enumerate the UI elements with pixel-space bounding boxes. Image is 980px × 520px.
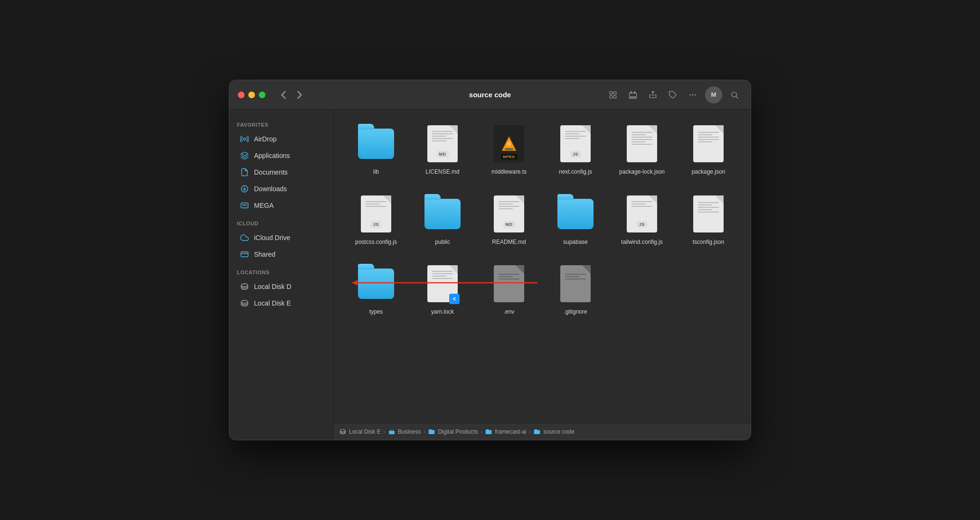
svg-point-9: [692, 94, 693, 95]
file-item-tsconfig[interactable]: tsconfig.json: [678, 189, 739, 250]
file-item-supabase[interactable]: supabase: [545, 189, 606, 250]
breadcrumb-source-code-label: source code: [543, 428, 574, 435]
icloud-icon: [240, 233, 249, 242]
file-label-package-lock: package-lock.json: [619, 168, 665, 176]
tag-button[interactable]: [665, 87, 680, 102]
window-title: source code: [469, 91, 511, 99]
locations-label: Locations: [229, 263, 333, 278]
file-item-types[interactable]: types: [345, 259, 407, 320]
file-item-license[interactable]: MD LICENSE.md: [412, 119, 473, 180]
file-label-postcss: postcss.config.js: [355, 239, 397, 246]
sidebar-local-disk-d-label: Local Disk D: [254, 283, 292, 290]
main-area: Favorites AirDrop Applications: [229, 110, 751, 440]
forward-button[interactable]: [293, 88, 306, 102]
sidebar-local-disk-e-label: Local Disk E: [254, 299, 291, 307]
sidebar-mega-label: MEGA: [254, 202, 273, 209]
file-label-gitignore: .gitignore: [564, 308, 587, 316]
file-item-package-json[interactable]: package.json: [678, 119, 739, 180]
sidebar-item-applications[interactable]: Applications: [232, 148, 330, 164]
breadcrumb-business-label: Business: [398, 428, 421, 435]
file-label-next-config: next.config.js: [559, 168, 592, 176]
file-label-tsconfig: tsconfig.json: [693, 239, 725, 246]
file-item-lib[interactable]: lib: [345, 119, 407, 180]
minimize-button[interactable]: [248, 92, 255, 98]
file-item-middleware[interactable]: MPEG MPEG middleware.ts: [478, 119, 540, 180]
doc-icon-next-config: JS: [556, 123, 594, 165]
file-item-package-lock[interactable]: package-lock.json: [611, 119, 673, 180]
breadcrumb-framecast-ai[interactable]: framecast-ai: [485, 428, 526, 435]
file-content: lib MD: [334, 110, 751, 440]
maximize-button[interactable]: [259, 92, 265, 98]
breadcrumb-business[interactable]: Business: [388, 428, 421, 435]
doc-icon-gitignore: [556, 263, 594, 305]
file-label-middleware: middleware.ts: [491, 168, 527, 176]
breadcrumb-digital-products-label: Digital Products: [438, 428, 478, 435]
applications-icon: [240, 151, 249, 160]
file-item-next-config[interactable]: JS next.config.js: [545, 119, 606, 180]
more-options-button[interactable]: [685, 87, 700, 102]
file-item-public[interactable]: public: [412, 189, 473, 250]
svg-rect-1: [614, 92, 616, 94]
doc-icon-tsconfig: [689, 193, 727, 235]
svg-point-14: [244, 138, 246, 140]
svg-point-24: [507, 142, 511, 146]
sidebar-item-airdrop[interactable]: AirDrop: [232, 131, 330, 147]
sidebar-airdrop-label: AirDrop: [254, 135, 276, 143]
nav-arrows: [277, 88, 306, 102]
svg-rect-6: [634, 92, 635, 93]
svg-line-13: [736, 96, 738, 98]
breadcrumb-digital-products[interactable]: Digital Products: [428, 428, 478, 435]
folder-icon-types: [357, 263, 395, 305]
statusbar: Local Disk E › Business › Digital Produc…: [334, 423, 751, 440]
traffic-lights: [238, 92, 265, 98]
sidebar-item-mega[interactable]: MEGA: [232, 197, 330, 214]
user-avatar[interactable]: M: [705, 86, 722, 103]
back-button[interactable]: [277, 88, 290, 102]
file-label-public: public: [435, 239, 450, 246]
svg-rect-23: [505, 148, 513, 150]
sidebar-documents-label: Documents: [254, 168, 288, 176]
titlebar: source code M: [229, 80, 751, 110]
file-label-package-json: package.json: [692, 168, 726, 176]
folder-icon-supabase: [556, 193, 594, 235]
folder-icon-public: [424, 193, 462, 235]
sidebar-item-icloud[interactable]: iCloud Drive: [232, 230, 330, 246]
sidebar-item-shared[interactable]: Shared: [232, 246, 330, 262]
file-item-env[interactable]: .env: [478, 259, 540, 320]
svg-point-11: [690, 94, 691, 95]
svg-rect-7: [630, 97, 637, 98]
documents-icon: [240, 167, 249, 177]
view-grid-button[interactable]: [605, 87, 621, 102]
sidebar-item-local-disk-d[interactable]: Local Disk D: [232, 279, 330, 295]
doc-icon-readme: MD: [490, 193, 528, 235]
vscode-icon-yarn: <: [424, 263, 462, 305]
file-item-yarn[interactable]: < yarn.lock: [412, 259, 473, 320]
file-grid: lib MD: [334, 110, 751, 423]
sidebar-shared-label: Shared: [254, 251, 275, 258]
breadcrumb-source-code[interactable]: source code: [534, 428, 574, 435]
share-button[interactable]: [645, 87, 660, 102]
svg-rect-5: [631, 92, 632, 93]
disk-d-icon: [240, 282, 249, 291]
breadcrumb-local-disk-e[interactable]: Local Disk E: [339, 428, 381, 435]
doc-icon-postcss: JS: [357, 193, 395, 235]
favorites-label: Favorites: [229, 115, 333, 130]
close-button[interactable]: [238, 92, 245, 98]
file-label-license: LICENSE.md: [425, 168, 459, 176]
doc-icon-tailwind: JS: [623, 193, 661, 235]
sidebar-item-documents[interactable]: Documents: [232, 164, 330, 180]
file-item-postcss[interactable]: JS postcss.config.js: [345, 189, 407, 250]
svg-rect-2: [610, 95, 612, 98]
sidebar-item-downloads[interactable]: Downloads: [232, 181, 330, 197]
icloud-label: iCloud: [229, 214, 333, 229]
view-gallery-button[interactable]: [625, 87, 641, 102]
file-item-readme[interactable]: MD README.md: [478, 189, 540, 250]
file-item-gitignore[interactable]: .gitignore: [545, 259, 606, 320]
finder-window: source code M: [229, 80, 751, 440]
svg-rect-4: [630, 93, 637, 97]
shared-icon: [240, 250, 249, 259]
sidebar-item-local-disk-e[interactable]: Local Disk E: [232, 295, 330, 311]
search-button[interactable]: [727, 87, 742, 102]
file-item-tailwind[interactable]: JS tailwind.config.js: [611, 189, 673, 250]
doc-icon-env: [490, 263, 528, 305]
